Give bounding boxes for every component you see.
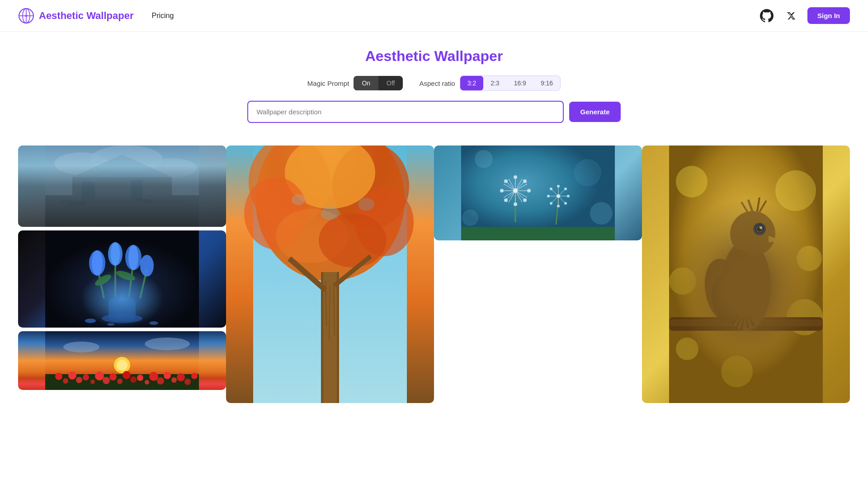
svg-point-51 [177,373,185,381]
svg-line-20 [97,267,104,298]
search-row: Generate [9,101,859,123]
svg-point-46 [109,373,117,380]
svg-point-33 [85,319,96,323]
svg-point-7 [90,145,163,173]
svg-point-6 [54,152,108,175]
svg-rect-14 [59,200,185,204]
nav-links: Pricing [151,12,174,20]
svg-line-23 [140,269,147,298]
svg-point-53 [63,378,68,384]
search-input[interactable] [247,101,564,123]
svg-point-47 [123,371,131,379]
sunset-poppies-image [18,331,226,390]
svg-rect-16 [136,198,152,203]
svg-point-130 [550,188,552,190]
svg-point-125 [567,195,570,197]
svg-point-144 [726,249,753,295]
svg-point-24 [94,272,113,288]
toggle-off-button[interactable]: Off [378,76,403,90]
svg-point-58 [130,376,137,383]
svg-point-50 [164,372,171,379]
pricing-link[interactable]: Pricing [151,12,174,20]
toggle-on-button[interactable]: On [354,76,378,90]
svg-point-29 [111,242,120,266]
svg-point-110 [504,198,508,202]
svg-rect-10 [72,177,172,204]
aspect-16-9-button[interactable]: 16:9 [507,76,533,90]
svg-point-61 [171,377,177,383]
list-item[interactable] [18,145,226,227]
svg-point-137 [721,356,753,387]
gallery-col-1 [18,145,226,390]
list-item[interactable] [18,230,226,328]
svg-point-4 [25,14,28,17]
svg-point-112 [504,179,508,183]
svg-point-153 [760,226,762,229]
svg-point-126 [564,202,567,205]
svg-point-127 [557,205,560,207]
gallery-col-2 [226,145,434,403]
bird-image [642,145,850,403]
svg-point-44 [83,374,89,380]
svg-point-18 [102,314,142,323]
generate-button[interactable]: Generate [569,102,620,122]
aspect-3-2-button[interactable]: 3:2 [460,76,483,90]
svg-point-45 [95,371,104,380]
svg-line-158 [760,201,766,212]
list-item[interactable] [226,145,434,403]
list-item[interactable] [434,145,642,240]
svg-point-148 [709,272,743,325]
svg-point-146 [728,279,764,319]
brand-title: Aesthetic Wallpaper [39,10,133,22]
magic-prompt-label: Magic Prompt [307,80,349,87]
svg-line-162 [746,316,748,328]
svg-point-107 [527,189,531,192]
aspect-ratio-label: Aspect ratio [419,80,455,87]
svg-point-152 [757,227,762,231]
svg-point-108 [523,198,527,202]
svg-point-38 [117,360,127,371]
brand-link[interactable]: Aesthetic Wallpaper [18,8,133,24]
svg-point-142 [721,240,771,331]
svg-point-59 [145,380,149,385]
svg-rect-5 [45,145,199,227]
tulips-image [18,230,226,328]
autumn-tree-image [226,145,434,403]
svg-rect-17 [45,230,199,328]
magic-prompt-group: Magic Prompt On Off [307,76,403,90]
gallery-col-3 [434,145,642,240]
list-item[interactable] [18,331,226,390]
svg-rect-87 [461,227,615,240]
dandelion-image [434,145,642,240]
sign-in-button[interactable]: Sign In [807,7,850,24]
svg-point-8 [147,158,197,178]
svg-point-48 [137,375,143,381]
aspect-group: 3:2 2:3 16:9 9:16 [460,75,561,91]
svg-point-129 [547,195,550,197]
svg-point-35 [107,323,114,326]
svg-point-145 [741,261,764,301]
github-button[interactable] [759,8,775,24]
globe-icon [18,8,34,24]
svg-point-42 [55,373,62,380]
destroyed-house-image [18,145,226,227]
svg-point-123 [557,185,560,188]
svg-line-161 [741,316,744,330]
svg-line-159 [732,315,739,324]
svg-point-124 [564,188,567,190]
aspect-9-16-button[interactable]: 9:16 [533,76,560,90]
svg-point-39 [63,342,99,352]
svg-point-62 [184,379,191,385]
svg-point-134 [775,170,816,211]
svg-rect-12 [81,182,95,204]
svg-point-54 [76,377,82,383]
svg-point-143 [730,211,775,256]
x-button[interactable] [783,8,799,24]
svg-point-84 [574,159,601,186]
list-item[interactable] [642,145,850,403]
aspect-2-3-button[interactable]: 2:3 [483,76,506,90]
svg-point-131 [557,194,560,198]
svg-point-128 [550,202,552,205]
svg-point-27 [92,250,103,276]
controls-row: Magic Prompt On Off Aspect ratio 3:2 2:3… [9,75,859,91]
